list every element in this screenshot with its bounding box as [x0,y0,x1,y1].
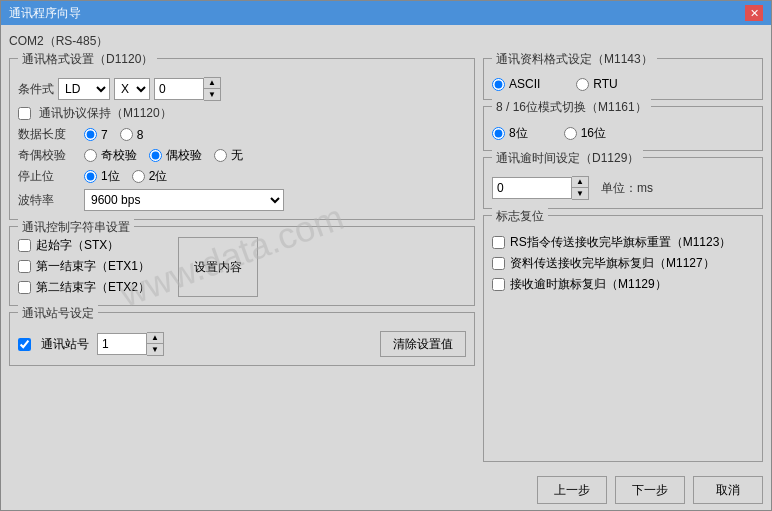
parity-even-item: 偶校验 [149,147,202,164]
stop2-radio[interactable] [132,170,145,183]
stop1-radio[interactable] [84,170,97,183]
spin-down-button[interactable]: ▼ [204,89,220,100]
cancel-button[interactable]: 取消 [693,476,763,504]
flag1-item: RS指令传送接收完毕旗标重置（M1123） [492,234,754,251]
flag2-checkbox[interactable] [492,257,505,270]
parity-none-radio[interactable] [214,149,227,162]
data7-radio[interactable] [84,128,97,141]
timeout-spin-down[interactable]: ▼ [572,188,588,199]
flag1-checkbox[interactable] [492,236,505,249]
timeout-spin: ▲ ▼ [492,176,589,200]
stop1-item: 1位 [84,168,120,185]
flag2-item: 资料传送接收完毕旗标复归（M1127） [492,255,754,272]
etx1-item: 第一结束字（ETX1） [18,258,150,275]
prev-button[interactable]: 上一步 [537,476,607,504]
bit8-label: 8位 [509,125,528,142]
timeout-row: ▲ ▼ 单位：ms [492,176,754,200]
protocol-keep-label: 通讯协议保持（M1120） [39,105,172,122]
station-row: 通讯站号 ▲ ▼ 清除设置值 [18,331,466,357]
station-value-input[interactable] [97,333,147,355]
set-content-button[interactable]: 设置内容 [178,237,258,297]
bit16-label: 16位 [581,125,606,142]
etx1-checkbox[interactable] [18,260,31,273]
flag-title: 标志复位 [492,208,548,225]
stop-bit-row: 停止位 1位 2位 [18,168,466,185]
data-length-row: 数据长度 7 8 [18,126,466,143]
data8-radio[interactable] [120,128,133,141]
bit16-item: 16位 [564,125,606,142]
station-inner: 通讯站号 ▲ ▼ [18,332,164,356]
rtu-radio[interactable] [576,78,589,91]
baud-row: 波特率 9600 bps 19200 bps 38400 bps 57600 b… [18,189,466,211]
data8-label: 8 [137,128,144,142]
station-spin-up[interactable]: ▲ [147,333,163,344]
baud-select[interactable]: 9600 bps 19200 bps 38400 bps 57600 bps 1… [84,189,284,211]
protocol-keep-checkbox[interactable] [18,107,31,120]
parity-none-label: 无 [231,147,243,164]
station-check-label: 通讯站号 [41,336,89,353]
parity-label: 奇偶校验 [18,147,78,164]
timeout-input[interactable] [492,177,572,199]
parity-even-label: 偶校验 [166,147,202,164]
flag2-label: 资料传送接收完毕旗标复归（M1127） [510,255,715,272]
window-title: 通讯程序向导 [9,5,81,22]
control-char-group: 通讯控制字符串设置 起始字（STX） 第一结束字（ETX1） [9,226,475,306]
condition-value-input[interactable] [154,78,204,100]
station-spin-buttons: ▲ ▼ [147,332,164,356]
data7-item: 7 [84,128,108,142]
bit8-radio[interactable] [492,127,505,140]
station-spin-down[interactable]: ▼ [147,344,163,355]
station-spin: ▲ ▼ [97,332,164,356]
set-content-wrapper: 设置内容 [178,237,258,297]
stx-label: 起始字（STX） [36,237,119,254]
parity-row: 奇偶校验 奇校验 偶校验 [18,147,466,164]
content-area: COM2（RS-485） 通讯格式设置（D1120） 条件式 LDANDOR [1,25,771,470]
bit-mode-title: 8 / 16位模式切换（M1161） [492,99,651,116]
ascii-label: ASCII [509,77,540,91]
flag3-item: 接收逾时旗标复归（M1129） [492,276,754,293]
condition-x-select[interactable]: XYM [114,78,150,100]
station-checkbox[interactable] [18,338,31,351]
control-char-title: 通讯控制字符串设置 [18,219,134,236]
bit16-radio[interactable] [564,127,577,140]
data7-label: 7 [101,128,108,142]
left-panel: 通讯格式设置（D1120） 条件式 LDANDOR XYM [9,58,475,462]
main-area: 通讯格式设置（D1120） 条件式 LDANDOR XYM [9,58,763,462]
stop2-item: 2位 [132,168,168,185]
stx-checkbox[interactable] [18,239,31,252]
parity-odd-radio[interactable] [84,149,97,162]
clear-button[interactable]: 清除设置值 [380,331,466,357]
bottom-buttons: 上一步 下一步 取消 [1,470,771,510]
ascii-radio[interactable] [492,78,505,91]
parity-none-item: 无 [214,147,243,164]
data8-item: 8 [120,128,144,142]
close-button[interactable]: ✕ [745,5,763,21]
com-label: COM2（RS-485） [9,33,763,50]
condition-type-select[interactable]: LDANDOR [58,78,110,100]
next-button[interactable]: 下一步 [615,476,685,504]
etx2-item: 第二结束字（ETX2） [18,279,150,296]
bit-mode-row: 8位 16位 [492,125,754,142]
flag-group: 标志复位 RS指令传送接收完毕旗标重置（M1123） 资料传送接收完毕旗标复归（… [483,215,763,462]
ascii-item: ASCII [492,77,540,91]
station-group-title: 通讯站号设定 [18,305,98,322]
condition-label: 条件式 [18,81,54,98]
stop1-label: 1位 [101,168,120,185]
rtu-label: RTU [593,77,617,91]
flag3-checkbox[interactable] [492,278,505,291]
flag1-label: RS指令传送接收完毕旗标重置（M1123） [510,234,731,251]
etx2-checkbox[interactable] [18,281,31,294]
parity-radio-group: 奇校验 偶校验 无 [84,147,243,164]
stop-bit-radio-group: 1位 2位 [84,168,167,185]
condition-row: 条件式 LDANDOR XYM ▲ ▼ [18,77,466,101]
station-group-box: 通讯站号设定 通讯站号 ▲ ▼ [9,312,475,366]
protocol-keep-row: 通讯协议保持（M1120） [18,105,466,122]
spin-up-button[interactable]: ▲ [204,78,220,89]
timeout-spin-up[interactable]: ▲ [572,177,588,188]
format-type-group: 通讯资料格式设定（M1143） ASCII RTU [483,58,763,100]
condition-value-spin: ▲ ▼ [154,77,221,101]
format-group: 通讯格式设置（D1120） 条件式 LDANDOR XYM [9,58,475,220]
parity-odd-item: 奇校验 [84,147,137,164]
parity-even-radio[interactable] [149,149,162,162]
bit8-item: 8位 [492,125,528,142]
